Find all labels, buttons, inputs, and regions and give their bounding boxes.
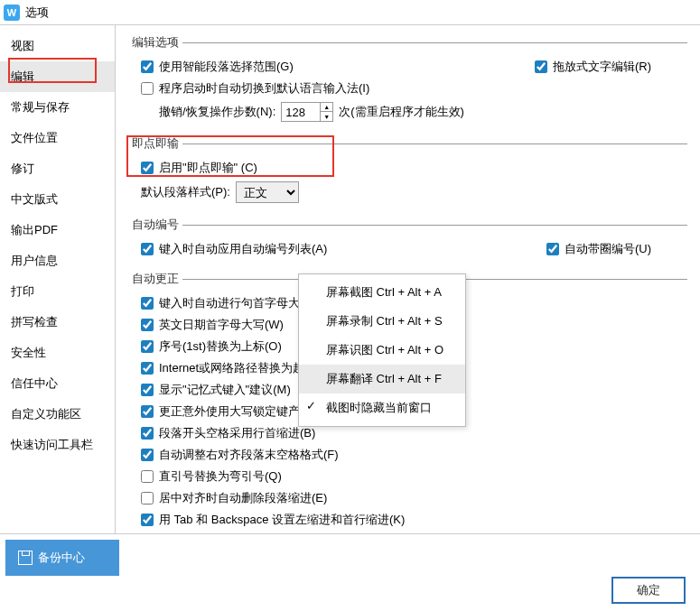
ctx-item-4[interactable]: 截图时隐藏当前窗口✓	[299, 393, 465, 422]
sidebar-item-customize[interactable]: 自定义功能区	[0, 399, 115, 430]
cb-autocorrect-10[interactable]: 用 Tab 和 Backspace 设置左缩进和首行缩进(K)	[141, 512, 405, 528]
sidebar-item-revise[interactable]: 修订	[0, 153, 115, 184]
backup-center-button[interactable]: 备份中心	[5, 540, 119, 576]
floppy-icon	[18, 551, 33, 565]
cb-autocorrect-2[interactable]: 序号(1st)替换为上标(O)	[141, 338, 282, 355]
sidebar-item-security[interactable]: 安全性	[0, 338, 115, 368]
cb-apply-list[interactable]: 键入时自动应用自动编号列表(A)	[141, 241, 327, 257]
group-auto-number: 自动编号 键入时自动应用自动编号列表(A) 自动带圈编号(U)	[128, 217, 687, 264]
legend-edit: 编辑选项	[128, 34, 182, 51]
sidebar: 视图 编辑 常规与保存 文件位置 修订 中文版式 输出PDF 用户信息 打印 拼…	[0, 25, 116, 533]
default-style-select[interactable]: 正文	[236, 181, 299, 203]
cb-enable-click-type[interactable]: 启用"即点即输" (C)	[141, 160, 257, 176]
undo-input[interactable]	[282, 103, 320, 121]
context-menu: 屏幕截图 Ctrl + Alt + A屏幕录制 Ctrl + Alt + S屏幕…	[298, 273, 466, 427]
sidebar-item-chinese[interactable]: 中文版式	[0, 184, 115, 215]
check-icon: ✓	[306, 399, 316, 412]
cb-circle-num[interactable]: 自动带圈编号(U)	[546, 241, 651, 257]
ctx-item-0[interactable]: 屏幕截图 Ctrl + Alt + A	[299, 278, 465, 307]
cb-autocorrect-9[interactable]: 居中对齐时自动删除段落缩进(E)	[141, 490, 327, 506]
sidebar-item-file-location[interactable]: 文件位置	[0, 123, 115, 153]
legend-click: 即点即输	[128, 135, 182, 152]
app-icon: W	[4, 5, 20, 21]
title-bar: W 选项	[0, 0, 700, 25]
sidebar-item-trust[interactable]: 信任中心	[0, 368, 115, 399]
ctx-item-1[interactable]: 屏幕录制 Ctrl + Alt + S	[299, 307, 465, 336]
group-click-type: 即点即输 启用"即点即输" (C) 默认段落样式(P): 正文	[128, 135, 687, 209]
group-edit-options: 编辑选项 使用智能段落选择范围(G) 拖放式文字编辑(R) 程序启动时自动切换到…	[128, 34, 687, 128]
ctx-item-3[interactable]: 屏幕翻译 Ctrl + Alt + F	[299, 365, 465, 393]
cb-autocorrect-0[interactable]: 键入时自动进行句首字母大	[141, 295, 300, 311]
cb-autocorrect-4[interactable]: 显示"记忆式键入"建议(M)	[141, 382, 291, 398]
sidebar-item-user[interactable]: 用户信息	[0, 245, 115, 276]
spin-up-icon[interactable]: ▲	[320, 103, 332, 112]
cb-autocorrect-5[interactable]: 更正意外使用大写锁定键产	[141, 403, 300, 420]
cb-autocorrect-6[interactable]: 段落开头空格采用行首缩进(B)	[141, 425, 315, 441]
style-label: 默认段落样式(P):	[141, 184, 230, 200]
undo-label: 撤销/恢复操作步数(N):	[159, 104, 275, 120]
legend-autocorrect: 自动更正	[128, 271, 182, 287]
sidebar-item-print[interactable]: 打印	[0, 276, 115, 307]
window-title: 选项	[25, 5, 49, 21]
sidebar-item-spell[interactable]: 拼写检查	[0, 307, 115, 338]
sidebar-item-general[interactable]: 常规与保存	[0, 92, 115, 123]
cb-autocorrect-1[interactable]: 英文日期首字母大写(W)	[141, 317, 284, 333]
sidebar-item-pdf[interactable]: 输出PDF	[0, 215, 115, 245]
undo-stepper[interactable]: ▲▼	[281, 102, 333, 122]
ok-button[interactable]: 确定	[611, 577, 686, 604]
cb-autocorrect-7[interactable]: 自动调整右对齐段落末空格格式(F)	[141, 447, 339, 463]
sidebar-item-edit[interactable]: 编辑	[0, 61, 115, 92]
sidebar-item-quickaccess[interactable]: 快速访问工具栏	[0, 430, 115, 460]
cb-drag-edit[interactable]: 拖放式文字编辑(R)	[535, 59, 651, 75]
ctx-item-2[interactable]: 屏幕识图 Ctrl + Alt + O	[299, 336, 465, 365]
undo-hint: 次(需重启程序才能生效)	[339, 104, 464, 120]
sidebar-item-view[interactable]: 视图	[0, 31, 115, 61]
cb-autocorrect-8[interactable]: 直引号替换为弯引号(Q)	[141, 468, 282, 485]
cb-auto-ime[interactable]: 程序启动时自动切换到默认语言输入法(I)	[141, 80, 369, 97]
cb-smart-para[interactable]: 使用智能段落选择范围(G)	[141, 59, 294, 75]
spin-down-icon[interactable]: ▼	[320, 112, 332, 121]
legend-autonum: 自动编号	[128, 217, 182, 233]
cb-autocorrect-3[interactable]: Internet或网络路径替换为超	[141, 360, 304, 376]
